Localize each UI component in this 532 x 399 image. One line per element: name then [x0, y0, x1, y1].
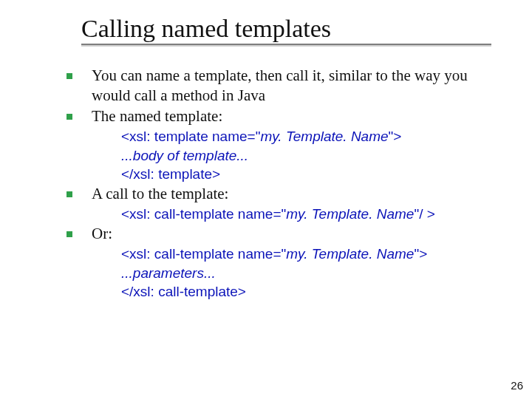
- bullet-item: Or:: [66, 224, 510, 243]
- code-ital: ...parameters...: [121, 265, 216, 281]
- bullet-icon: [66, 114, 72, 120]
- bullet-icon: [66, 191, 72, 197]
- code-suffix: "/ >: [414, 206, 434, 222]
- title-underline: [81, 44, 491, 45]
- code-prefix: </xsl: call-template>: [121, 284, 246, 299]
- code-line: ...parameters...: [121, 264, 510, 283]
- slide-title: Calling named templates: [81, 15, 510, 42]
- code-ital: my. Template. Name: [260, 129, 388, 144]
- bullet-text: A call to the template:: [92, 184, 510, 203]
- code-line: <xsl: call-template name="my. Template. …: [121, 205, 510, 224]
- code-prefix: <xsl: call-template name=": [121, 246, 286, 262]
- code-suffix: ">: [389, 129, 402, 144]
- code-line: </xsl: template>: [121, 165, 510, 184]
- bullet-item: The named template:: [66, 106, 510, 126]
- title-block: Calling named templates: [81, 15, 510, 45]
- code-ital: ...body of template...: [121, 148, 248, 163]
- code-line: </xsl: call-template>: [121, 282, 510, 301]
- slide-content: You can name a template, then call it, s…: [66, 66, 510, 301]
- bullet-icon: [66, 73, 72, 79]
- bullet-text: Or:: [92, 224, 510, 243]
- bullet-item: A call to the template:: [66, 184, 510, 203]
- code-line: ...body of template...: [121, 146, 510, 166]
- bullet-text: The named template:: [92, 106, 510, 126]
- bullet-item: You can name a template, then call it, s…: [66, 66, 510, 105]
- bullet-icon: [66, 231, 72, 237]
- code-line: <xsl: template name="my. Template. Name"…: [121, 127, 510, 146]
- code-ital: my. Template. Name: [286, 206, 414, 222]
- bullet-text: You can name a template, then call it, s…: [92, 66, 510, 105]
- code-ital: my. Template. Name: [286, 246, 414, 262]
- slide: Calling named templates You can name a t…: [0, 0, 532, 399]
- code-suffix: ">: [414, 246, 427, 262]
- code-line: <xsl: call-template name="my. Template. …: [121, 245, 510, 264]
- page-number: 26: [511, 379, 523, 392]
- code-prefix: </xsl: template>: [121, 166, 220, 182]
- code-prefix: <xsl: template name=": [121, 129, 260, 144]
- code-prefix: <xsl: call-template name=": [121, 206, 286, 222]
